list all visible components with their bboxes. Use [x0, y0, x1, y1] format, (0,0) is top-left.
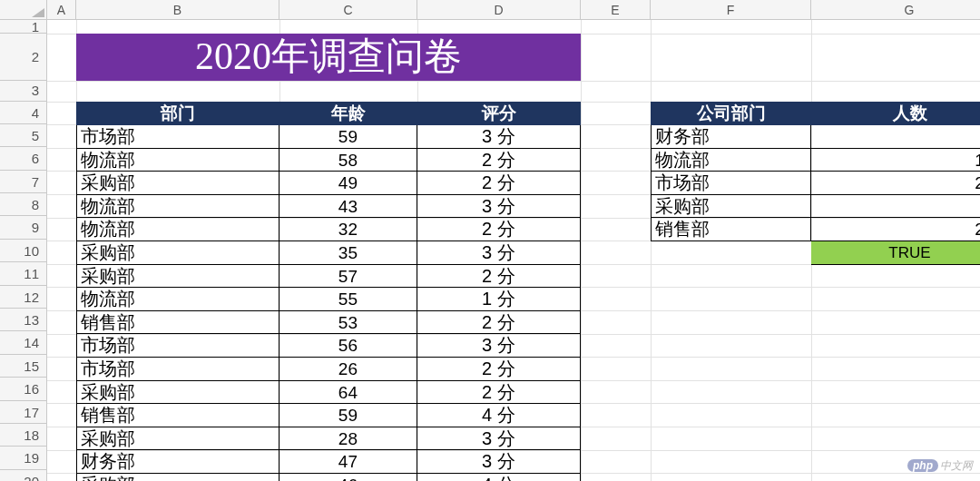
- select-all-cell[interactable]: [0, 0, 47, 20]
- row-header-14[interactable]: 14: [0, 331, 46, 354]
- row-header-15[interactable]: 15: [0, 355, 46, 378]
- row-header-1[interactable]: 1: [0, 20, 46, 34]
- row-header-3[interactable]: 3: [0, 81, 46, 102]
- column-header-D[interactable]: D: [417, 0, 581, 19]
- cell-dept[interactable]: 采购部: [77, 427, 279, 450]
- cell-company-dept[interactable]: 销售部: [652, 218, 811, 240]
- cell-count[interactable]: 69: [811, 125, 980, 148]
- row-header-16[interactable]: 16: [0, 378, 46, 400]
- cell-score[interactable]: 3 分: [417, 427, 580, 450]
- cell-dept[interactable]: 市场部: [77, 334, 279, 357]
- cell-score[interactable]: 2 分: [417, 149, 580, 172]
- main-header-dept[interactable]: 部门: [76, 102, 279, 125]
- row-header-5[interactable]: 5: [0, 124, 46, 147]
- column-header-G[interactable]: G: [811, 0, 980, 19]
- column-header-A[interactable]: A: [47, 0, 76, 19]
- cell-dept[interactable]: 采购部: [77, 474, 279, 481]
- cell-age[interactable]: 64: [279, 381, 416, 404]
- cell-age[interactable]: 28: [279, 427, 416, 450]
- cell-score[interactable]: 4 分: [417, 474, 580, 481]
- cell-dept[interactable]: 市场部: [77, 358, 279, 380]
- row-header-12[interactable]: 12: [0, 286, 46, 309]
- cell-score[interactable]: 3 分: [417, 450, 580, 473]
- cell-company-dept[interactable]: 财务部: [652, 125, 811, 148]
- cell-score[interactable]: 3 分: [417, 195, 580, 218]
- cell-age[interactable]: 26: [279, 358, 416, 380]
- cell-dept[interactable]: 市场部: [77, 125, 279, 148]
- cell-age[interactable]: 46: [279, 474, 416, 481]
- result-cell[interactable]: TRUE: [811, 241, 980, 265]
- title-merged-cell[interactable]: 2020年调查问卷: [76, 34, 581, 81]
- side-table-header: 公司部门 人数: [651, 102, 980, 125]
- table-row: 市场部218: [652, 172, 980, 195]
- table-row: 物流部582 分: [77, 149, 580, 172]
- cell-score[interactable]: 2 分: [417, 265, 580, 288]
- cell-age[interactable]: 49: [279, 172, 416, 194]
- cell-score[interactable]: 3 分: [417, 125, 580, 148]
- cell-score[interactable]: 1 分: [417, 288, 580, 310]
- main-header-score[interactable]: 评分: [417, 102, 581, 125]
- cell-score[interactable]: 4 分: [417, 404, 580, 427]
- cell-age[interactable]: 32: [279, 218, 416, 240]
- cell-age[interactable]: 58: [279, 149, 416, 172]
- table-row: 物流部115: [652, 149, 980, 172]
- cell-dept[interactable]: 物流部: [77, 288, 279, 310]
- row-header-7[interactable]: 7: [0, 171, 46, 193]
- cell-age[interactable]: 57: [279, 265, 416, 288]
- row-header-17[interactable]: 17: [0, 401, 46, 424]
- cell-dept[interactable]: 采购部: [77, 172, 279, 194]
- cell-score[interactable]: 3 分: [417, 241, 580, 264]
- cell-score[interactable]: 2 分: [417, 172, 580, 194]
- row-header-8[interactable]: 8: [0, 193, 46, 216]
- column-header-F[interactable]: F: [651, 0, 811, 19]
- cell-count[interactable]: 39: [811, 195, 980, 218]
- column-header-C[interactable]: C: [279, 0, 417, 19]
- cell-score[interactable]: 2 分: [417, 358, 580, 380]
- cell-company-dept[interactable]: 市场部: [652, 172, 811, 194]
- cell-age[interactable]: 59: [279, 404, 416, 427]
- row-header-2[interactable]: 2: [0, 34, 46, 81]
- cell-score[interactable]: 2 分: [417, 218, 580, 240]
- row-header-6[interactable]: 6: [0, 147, 46, 170]
- row-header-19[interactable]: 19: [0, 447, 46, 469]
- row-header-18[interactable]: 18: [0, 424, 46, 447]
- cell-age[interactable]: 56: [279, 334, 416, 357]
- cell-dept[interactable]: 销售部: [77, 311, 279, 334]
- cell-dept[interactable]: 采购部: [77, 265, 279, 288]
- cell-score[interactable]: 3 分: [417, 334, 580, 357]
- cell-dept[interactable]: 采购部: [77, 381, 279, 404]
- watermark-text: 中文网: [940, 459, 973, 472]
- side-header-dept[interactable]: 公司部门: [651, 102, 811, 125]
- cell-dept[interactable]: 物流部: [77, 195, 279, 218]
- side-header-count[interactable]: 人数: [811, 102, 980, 125]
- cell-age[interactable]: 53: [279, 311, 416, 334]
- cell-score[interactable]: 2 分: [417, 311, 580, 334]
- cell-dept[interactable]: 财务部: [77, 450, 279, 473]
- row-headers: 1234567891011121314151617181920: [0, 20, 47, 481]
- cell-count[interactable]: 115: [811, 149, 980, 172]
- row-header-9[interactable]: 9: [0, 216, 46, 239]
- main-header-age[interactable]: 年龄: [279, 102, 417, 125]
- column-header-E[interactable]: E: [581, 0, 651, 19]
- cell-count[interactable]: 218: [811, 172, 980, 194]
- row-header-10[interactable]: 10: [0, 240, 46, 262]
- cell-dept[interactable]: 销售部: [77, 404, 279, 427]
- column-header-B[interactable]: B: [76, 0, 279, 19]
- cell-score[interactable]: 2 分: [417, 381, 580, 404]
- cell-dept[interactable]: 采购部: [77, 241, 279, 264]
- cell-company-dept[interactable]: 物流部: [652, 149, 811, 172]
- cell-dept[interactable]: 物流部: [77, 149, 279, 172]
- cell-dept[interactable]: 物流部: [77, 218, 279, 240]
- cell-age[interactable]: 47: [279, 450, 416, 473]
- row-header-20[interactable]: 20: [0, 470, 46, 481]
- row-header-11[interactable]: 11: [0, 262, 46, 285]
- cell-company-dept[interactable]: 采购部: [652, 195, 811, 218]
- row-header-4[interactable]: 4: [0, 102, 46, 124]
- cell-age[interactable]: 59: [279, 125, 416, 148]
- row-header-13[interactable]: 13: [0, 309, 46, 331]
- cell-age[interactable]: 55: [279, 288, 416, 310]
- spreadsheet-grid[interactable]: 2020年调查问卷 部门 年龄 评分 市场部593 分物流部582 分采购部49…: [47, 20, 980, 481]
- cell-age[interactable]: 35: [279, 241, 416, 264]
- cell-age[interactable]: 43: [279, 195, 416, 218]
- cell-count[interactable]: 235: [811, 218, 980, 240]
